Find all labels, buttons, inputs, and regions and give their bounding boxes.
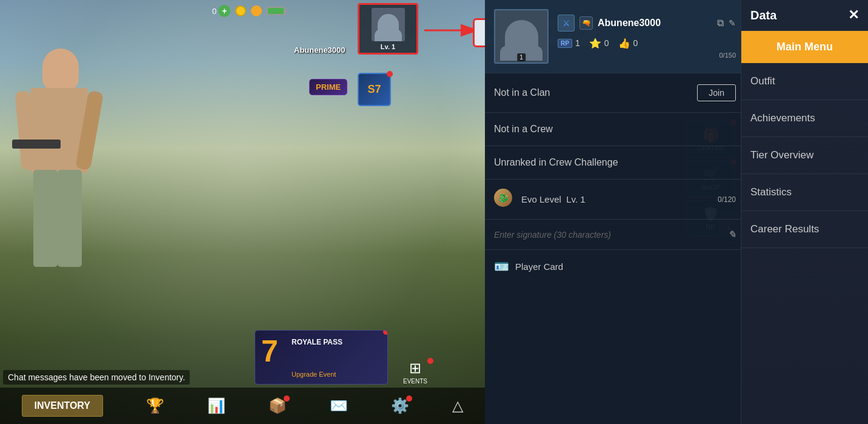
royale-pass-banner[interactable]: 7 ROYALE PASS Upgrade Event: [255, 330, 388, 385]
rp-banner-badge: [383, 330, 388, 335]
profile-level-hud: Lv. 1: [381, 43, 395, 50]
stats-row: RP 1 ⭐ 0 👍 0: [558, 38, 736, 49]
clan-label: Not in a Clan: [494, 87, 550, 98]
rp-subtitle: Upgrade Event: [292, 371, 336, 378]
profile-box-hud[interactable]: Lv. 1: [358, 3, 418, 55]
star-value: 0: [604, 38, 609, 48]
rank-icon: ⚔: [558, 15, 575, 32]
rank-icon2: 🔫: [579, 16, 593, 30]
panel-header: Data ✕: [741, 0, 868, 31]
xp-display: 0/150: [558, 52, 736, 59]
prime-badge[interactable]: PRIME: [309, 79, 347, 95]
evo-shape: 🐉: [494, 189, 512, 207]
inventory-button[interactable]: INVENTORY: [22, 395, 103, 417]
signature-field[interactable]: Enter signature (30 characters) ✎: [494, 229, 736, 240]
stat-thumb: 👍 0: [618, 38, 638, 49]
chat-message: Chat messages have been moved to Invento…: [3, 370, 190, 385]
panel-close-button[interactable]: ✕: [848, 7, 859, 23]
stats-icon: 📊: [207, 397, 225, 414]
username-row: ⚔ 🔫 Abunene3000 ⧉ ✎: [558, 15, 736, 32]
char-head: [42, 49, 79, 91]
s7-label: S7: [367, 83, 381, 96]
currency-display: 0 +: [212, 5, 230, 17]
player-card-section[interactable]: 🪪 Player Card: [485, 250, 745, 283]
menu-item-career-results[interactable]: Career Results: [741, 211, 868, 248]
events-badge: [427, 358, 433, 364]
stat-rp: RP 1: [558, 38, 580, 48]
missions-badge: [284, 395, 290, 402]
unranked-section: Unranked in Crew Challenge: [485, 146, 745, 180]
stat-star: ⭐ 0: [589, 38, 609, 49]
events-button[interactable]: ⊞ EVENTS: [394, 360, 436, 385]
mail-icon: ✉️: [330, 397, 348, 414]
top-hud: 0 +: [212, 5, 285, 17]
level-badge: 1: [517, 53, 526, 61]
unranked-label: Unranked in Crew Challenge: [494, 157, 618, 167]
copy-icon[interactable]: ⧉: [717, 18, 724, 29]
character: [18, 49, 109, 352]
crew-label: Not in a Crew: [494, 124, 553, 134]
s7-crate[interactable]: S7: [358, 73, 391, 106]
crew-section: Not in a Crew: [485, 113, 745, 146]
rp-title: ROYALE PASS: [292, 338, 342, 348]
thumb-icon: 👍: [618, 38, 630, 49]
panel-title: Data: [750, 8, 776, 22]
nav-item-settings[interactable]: ⚙️: [391, 397, 409, 414]
coin-icon: [235, 5, 246, 16]
evo-text: Evo Level Lv. 1: [521, 194, 586, 204]
clan-section: Not in a Clan Join: [485, 73, 745, 113]
signature-section: Enter signature (30 characters) ✎: [485, 220, 745, 250]
up-icon: △: [452, 397, 463, 414]
thumb-value: 0: [633, 38, 638, 48]
profile-avatar-large: 1: [494, 9, 549, 64]
bp-icon: [251, 5, 262, 16]
menu-item-achievements[interactable]: Achievements: [741, 100, 868, 137]
profile-info: ⚔ 🔫 Abunene3000 ⧉ ✎ RP 1 ⭐ 0 👍 0: [558, 15, 736, 59]
profile-header: 1 ⚔ 🔫 Abunene3000 ⧉ ✎ RP 1 ⭐ 0: [485, 0, 745, 73]
join-clan-button[interactable]: Join: [697, 84, 736, 101]
rp-stat-icon: RP: [558, 39, 572, 48]
star-icon: ⭐: [589, 38, 601, 49]
currency-value: 0: [212, 7, 216, 16]
nav-item-mail[interactable]: ✉️: [330, 397, 348, 414]
settings-badge: [406, 395, 412, 402]
username-hud: Abunene3000: [294, 45, 346, 55]
evo-section: 🐉 Evo Level Lv. 1 0/120: [485, 180, 745, 220]
menu-item-tier-overview[interactable]: Tier Overview: [741, 137, 868, 174]
rp-value: 1: [575, 38, 580, 48]
battery-icon: [267, 7, 285, 15]
player-card-icon: 🪪: [494, 259, 509, 274]
nav-item-stats[interactable]: 📊: [207, 397, 225, 414]
char-leg-left: [33, 170, 58, 267]
rp-number: 7: [261, 334, 278, 369]
nav-item-trophy[interactable]: 🏆: [146, 397, 164, 414]
edit-icon[interactable]: ✎: [729, 18, 736, 28]
menu-item-statistics[interactable]: Statistics: [741, 174, 868, 211]
avatar-icon: [378, 14, 399, 35]
main-menu-button[interactable]: Main Menu: [741, 31, 868, 63]
char-gun: [12, 140, 61, 149]
add-currency-button[interactable]: +: [218, 5, 230, 17]
evo-info: Evo Level Lv. 1: [521, 194, 712, 205]
signature-edit-icon[interactable]: ✎: [728, 229, 736, 240]
trophy-icon: 🏆: [146, 397, 164, 414]
s7-badge: [387, 71, 393, 77]
menu-item-outfit[interactable]: Outfit: [741, 63, 868, 100]
player-card-text: Player Card: [515, 261, 563, 272]
profile-data-panel: 1 ⚔ 🔫 Abunene3000 ⧉ ✎ RP 1 ⭐ 0: [485, 0, 746, 424]
rank-symbol: ⚔: [563, 18, 570, 28]
signature-placeholder: Enter signature (30 characters): [494, 230, 611, 240]
profile-username: Abunene3000: [598, 18, 661, 29]
nav-item-up[interactable]: △: [452, 397, 463, 414]
avatar-figure: [505, 20, 538, 53]
char-leg-right: [58, 170, 82, 267]
bottom-navigation: INVENTORY 🏆 📊 📦 ✉️ ⚙️ △: [0, 388, 485, 424]
nav-item-missions[interactable]: 📦: [269, 397, 287, 414]
right-panel: Data ✕ Main Menu Outfit Achievements Tie…: [741, 0, 868, 424]
evo-progress: 0/120: [718, 195, 736, 204]
evo-icon: 🐉: [494, 189, 515, 210]
profile-avatar-hud: [372, 8, 405, 41]
